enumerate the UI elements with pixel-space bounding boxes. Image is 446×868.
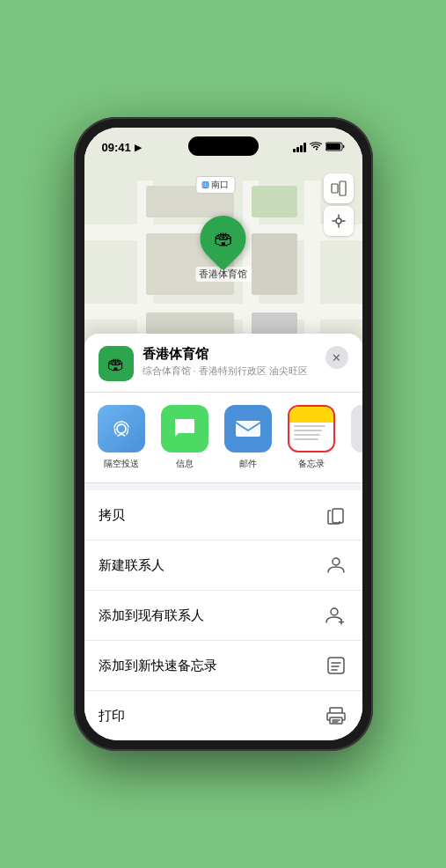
signal-bar-1 [293,149,296,152]
action-print[interactable]: 打印 [84,691,362,740]
phone-frame: 09:41 ▶ [74,117,373,751]
share-more[interactable]: 更多 [345,405,362,470]
venue-name: 香港体育馆 [143,346,317,363]
dynamic-island [188,136,259,156]
venue-header: 🏟 香港体育馆 综合体育馆 · 香港特别行政区 油尖旺区 ✕ [84,334,362,393]
add-existing-icon [324,603,348,628]
new-contact-icon [324,553,348,577]
signal-bar-4 [303,143,306,152]
signal-bar-3 [300,145,303,152]
notes-yellow-top [289,407,333,423]
map-green-1 [252,186,297,217]
svg-point-9 [117,424,126,433]
notes-line-3 [294,434,320,436]
share-mail[interactable]: 邮件 [218,405,278,470]
mail-icon [224,405,272,452]
copy-label: 拷贝 [99,507,125,524]
venue-info: 香港体育馆 综合体育馆 · 香港特别行政区 油尖旺区 [143,346,317,378]
map-controls [324,173,354,236]
svg-rect-1 [326,143,340,150]
svg-point-13 [331,608,338,615]
svg-rect-16 [328,658,344,673]
add-existing-label: 添加到现有联系人 [99,607,204,624]
notes-icon-wrap [288,405,335,452]
location-button[interactable] [324,206,354,236]
add-notes-label: 添加到新快速备忘录 [99,658,217,674]
map-label: 出 南口 [195,176,235,194]
map-label-dot: 出 [201,181,208,188]
wifi-icon [310,142,322,153]
svg-point-12 [333,558,340,565]
map-label-text: 南口 [211,179,229,191]
copy-icon [324,503,348,527]
print-label: 打印 [99,708,125,725]
svg-rect-3 [340,181,346,195]
stadium-marker[interactable]: 🏟 香港体育馆 [195,216,251,282]
venue-emoji: 🏟 [107,354,125,374]
airdrop-icon [98,405,145,452]
svg-rect-20 [330,708,342,713]
venue-icon: 🏟 [99,346,134,381]
action-list: 拷贝 新建联系人 [84,490,362,740]
phone-screen: 09:41 ▶ [84,128,362,740]
location-icon: ▶ [135,143,142,152]
svg-rect-2 [332,184,338,193]
message-icon [161,405,208,452]
notes-line-4 [294,438,318,440]
airdrop-label: 隔空投送 [104,458,139,470]
action-new-contact[interactable]: 新建联系人 [84,541,362,591]
time-display: 09:41 [102,141,131,154]
map-building-2 [252,233,297,295]
notes-line-1 [294,425,325,427]
action-add-existing[interactable]: 添加到现有联系人 [84,591,362,641]
status-time: 09:41 ▶ [102,141,142,154]
mail-label: 邮件 [239,458,257,470]
notes-line-2 [294,430,322,431]
signal-bars [293,143,306,152]
venue-description: 综合体育馆 · 香港特别行政区 油尖旺区 [143,364,317,378]
action-copy[interactable]: 拷贝 [84,490,362,541]
share-notes[interactable]: 备忘录 [281,405,341,470]
svg-rect-11 [333,509,343,523]
svg-point-4 [336,218,341,224]
close-button[interactable]: ✕ [325,346,348,369]
svg-rect-10 [236,421,260,437]
status-icons [293,142,345,153]
map-type-button[interactable] [324,173,354,203]
signal-bar-2 [296,147,299,152]
print-icon [324,703,348,728]
marker-pin-inner: 🏟 [214,227,233,250]
message-label: 信息 [176,458,194,470]
action-add-notes[interactable]: 添加到新快速备忘录 [84,641,362,691]
share-message[interactable]: 信息 [155,405,215,470]
close-icon: ✕ [332,351,341,364]
bottom-sheet: 🏟 香港体育馆 综合体育馆 · 香港特别行政区 油尖旺区 ✕ [84,334,362,740]
battery-icon [325,142,345,153]
share-airdrop[interactable]: 隔空投送 [91,405,151,470]
share-row: 隔空投送 信息 [84,393,362,483]
marker-pin: 🏟 [191,206,256,271]
more-icon [351,405,362,452]
notes-lines [289,423,333,443]
notes-label: 备忘录 [298,458,325,470]
new-contact-label: 新建联系人 [99,557,165,574]
add-notes-icon [324,653,348,678]
